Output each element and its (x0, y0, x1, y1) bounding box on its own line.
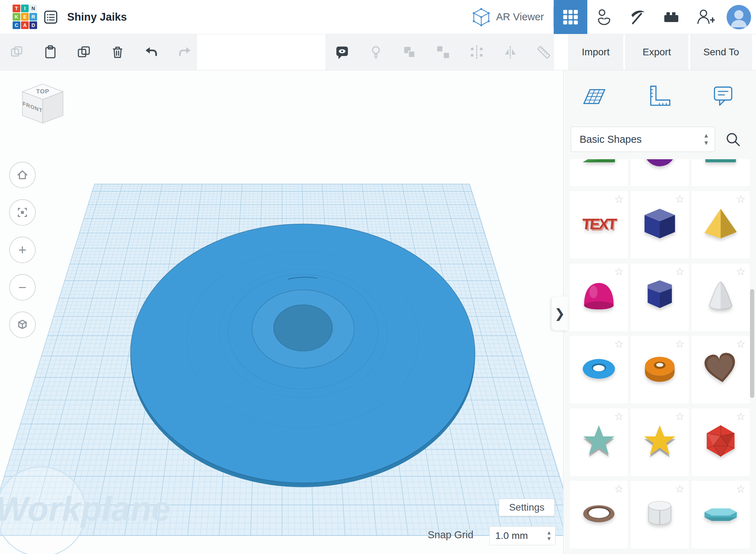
list-icon (43, 9, 59, 25)
shape-tile-star-5point[interactable]: ☆ (631, 408, 689, 476)
perspective-toggle-button[interactable] (9, 311, 36, 338)
shapes-grid: ☆ ☆ ☆ (564, 159, 756, 548)
torus-shape-icon (576, 346, 621, 391)
shapes-panel: ❯ Basic Shapes ▲▼ (563, 70, 756, 554)
ruler-tool-button[interactable] (645, 83, 673, 111)
undo-button[interactable] (143, 44, 159, 60)
add-person-icon (695, 7, 715, 27)
shape-tile-text[interactable]: ☆ TEXT TEXT (570, 191, 628, 259)
shape-tile-sphere[interactable]: ☆ (631, 159, 689, 186)
logo-tile: I (21, 5, 29, 12)
shape-tile-ring[interactable]: ☆ (570, 481, 628, 548)
blocks-export-button[interactable] (621, 0, 654, 34)
sim-lab-button[interactable] (587, 0, 621, 34)
notes-tool-icon (710, 84, 736, 110)
design-properties-button[interactable] (43, 9, 59, 25)
zoom-out-icon: − (18, 280, 26, 294)
design-title[interactable]: Shiny Jaiks (67, 11, 127, 23)
panel-scrollbar[interactable] (750, 289, 754, 398)
ar-cube-icon (470, 6, 492, 28)
shape-tile-cone[interactable]: ☆ (692, 264, 750, 331)
ungroup-button[interactable] (435, 44, 451, 60)
export-button[interactable]: Export (625, 34, 688, 70)
home-view-button[interactable] (9, 162, 36, 188)
pyramid-shape-icon (698, 202, 743, 246)
settings-label: Settings (509, 502, 544, 513)
logo-tile: N (29, 5, 37, 12)
ar-viewer-label: AR Viewer (496, 11, 544, 23)
heart-shape-icon (698, 346, 743, 391)
align-button[interactable] (469, 44, 485, 60)
shape-tile-tube[interactable]: ☆ (631, 336, 689, 404)
star-shape-icon (576, 419, 621, 464)
icosahedron-shape-icon (698, 419, 743, 464)
tinkercad-app: { "header": { "logo": [ {"ch":"T","bg":"… (0, 0, 756, 554)
settings-button[interactable]: Settings (499, 499, 554, 516)
shape-tile-roof[interactable]: ☆ (570, 159, 628, 186)
send-to-button[interactable]: Send To (690, 34, 752, 70)
zoom-in-button[interactable]: + (9, 237, 36, 263)
snap-grid-dropdown[interactable]: 1.0 mm ▲▼ (489, 526, 555, 545)
shape-tile-heart[interactable]: ☆ (692, 336, 750, 404)
mirror-button[interactable] (502, 44, 518, 60)
logo-tile: E (21, 13, 29, 21)
toolbar: Import Export Send To (0, 34, 756, 70)
fit-view-button[interactable] (9, 199, 36, 226)
view-controls: + − (9, 162, 36, 338)
view-cube[interactable]: TOP FRONT (20, 82, 66, 126)
pickaxe-icon (629, 8, 647, 26)
dropdown-caret-icon: ▲▼ (546, 530, 552, 541)
shape-tile-hexagon-prism[interactable]: ☆ (692, 481, 750, 548)
snap-grid-label: Snap Grid (428, 529, 474, 541)
svg-text:TEXT: TEXT (581, 215, 618, 232)
bricks-export-button[interactable] (654, 0, 688, 34)
delete-button[interactable] (110, 44, 126, 60)
logo-tile: D (29, 21, 37, 29)
shape-tile-pyramid[interactable]: ☆ (692, 191, 750, 259)
shape-tile-torus[interactable]: ☆ (570, 336, 628, 404)
show-all-button[interactable] (368, 44, 384, 60)
hide-selected-button[interactable] (334, 44, 350, 60)
box-shape-icon (637, 202, 682, 246)
zoom-out-button[interactable]: − (9, 274, 36, 301)
ring-shape-icon (576, 491, 621, 536)
grid-icon (562, 8, 579, 26)
3d-viewport[interactable]: Workplane TOP FRONT (0, 70, 563, 554)
snap-ruler-button[interactable] (536, 44, 552, 60)
search-shapes-button[interactable] (722, 128, 744, 150)
shape-tile-polygon[interactable]: ☆ (631, 264, 689, 331)
ar-viewer-button[interactable]: AR Viewer (467, 6, 553, 28)
workplane-tool-button[interactable] (580, 83, 608, 111)
send-to-label: Send To (703, 47, 739, 58)
shape-tile-half-cylinder[interactable]: ☆ (631, 481, 689, 548)
scene-svg: Workplane (0, 70, 563, 554)
tinkercad-logo[interactable]: T I N K E R C A D (13, 5, 38, 30)
shape-tile-round-roof[interactable]: ☆ (692, 159, 750, 186)
account-avatar[interactable] (727, 5, 751, 29)
polygon-shape-icon (637, 274, 682, 319)
shape-tile-star[interactable]: ☆ (570, 408, 628, 476)
hexagon-prism-shape-icon (698, 491, 743, 536)
paraboloid-shape-icon (576, 274, 621, 319)
snap-grid-value: 1.0 mm (495, 530, 528, 541)
collaborate-button[interactable] (688, 0, 722, 34)
duplicate-button[interactable] (76, 44, 92, 60)
roof-shape-icon (576, 159, 621, 174)
shape-tile-box[interactable]: ☆ (631, 191, 689, 259)
shapes-scroll-area[interactable]: ☆ ☆ ☆ (564, 159, 756, 554)
redo-button[interactable] (177, 44, 193, 60)
model-torus-disc[interactable] (131, 224, 475, 487)
shape-tile-icosahedron[interactable]: ☆ (692, 408, 750, 476)
copy-button[interactable] (9, 44, 25, 60)
logo-tile: K (13, 13, 20, 21)
import-button[interactable]: Import (568, 34, 623, 70)
paste-button[interactable] (42, 44, 58, 60)
shape-tile-paraboloid[interactable]: ☆ (570, 264, 628, 331)
shapes-panel-toggle-button[interactable] (554, 0, 587, 34)
sim-lab-icon (595, 8, 613, 26)
notes-tool-button[interactable] (709, 83, 737, 111)
group-button[interactable] (401, 44, 418, 60)
shape-category-select[interactable]: Basic Shapes ▲▼ (571, 127, 715, 152)
tube-shape-icon (637, 346, 682, 391)
header: T I N K E R C A D Shiny Jaiks AR Vie (0, 0, 756, 34)
